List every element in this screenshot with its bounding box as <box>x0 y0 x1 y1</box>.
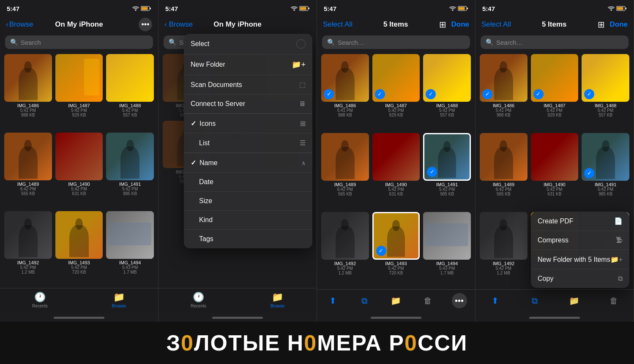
svg-point-8 <box>452 10 454 11</box>
brand-text: З0ЛОТЫЕ Н0МЕРА Р0ССИ <box>167 330 468 356</box>
dropdown-icons[interactable]: ✓ Icons ⊞ <box>184 114 312 133</box>
context-compress[interactable]: Compress 🗜 <box>531 231 629 250</box>
file-item-1486[interactable]: IMG_14865:41 PM988 KB <box>4 54 52 129</box>
folder-btn-3[interactable]: 📁 <box>388 293 404 308</box>
share-btn-4[interactable]: ⬆ <box>488 293 503 308</box>
thumb-4-1492 <box>480 212 527 260</box>
dropdown-new-folder[interactable]: New Folder 📁+ <box>184 54 312 75</box>
file-item-3-1491[interactable]: ✓ IMG_14915:42 PM985 KB <box>423 133 471 209</box>
ellipsis-button-1[interactable]: ••• <box>139 18 152 31</box>
file-item-1489[interactable]: IMG_14896:42 PM565 KB <box>4 133 52 208</box>
back-button-2[interactable]: ‹ Browse <box>164 20 193 29</box>
context-copy[interactable]: Copy ⧉ <box>531 269 629 288</box>
file-item-3-1490[interactable]: IMG_14905:42 PM631 KB <box>372 133 420 209</box>
dropdown-size[interactable]: Size <box>184 192 312 211</box>
svg-rect-11 <box>467 8 468 9</box>
file-item-4-1491[interactable]: ✓ IMG_14915:42 PM985 KB <box>582 133 629 209</box>
file-item-1494[interactable]: IMG_14945:43 PM1.7 MB <box>106 211 154 286</box>
more-btn-3[interactable]: ••• <box>452 293 467 308</box>
dropdown-name[interactable]: ✓ Name ∧ <box>184 153 312 173</box>
thumb-3-1489 <box>321 133 369 181</box>
select-all-3[interactable]: Select All <box>323 20 353 29</box>
file-item-4-1486[interactable]: ✓ IMG_14865:41 PM988 KB <box>480 54 527 130</box>
dropdown-date[interactable]: Date <box>184 173 312 192</box>
tab-bar-1: 🕐 Recents 📁 Browse <box>0 288 158 313</box>
file-item-3-1488[interactable]: ✓ IMG_14885:42 PM557 KB <box>423 54 471 130</box>
status-time-1: 5:47 <box>7 5 19 12</box>
file-item-3-1489[interactable]: IMG_14896:42 PM565 KB <box>321 133 369 209</box>
search-bar-4[interactable]: 🔍Search… <box>481 35 629 49</box>
status-icons-3 <box>449 6 468 11</box>
tab-recents-1[interactable]: 🕐 Recents <box>32 292 48 308</box>
file-item-1487[interactable]: IMG_14875:42 PM929 KB <box>55 54 103 129</box>
svg-rect-3 <box>150 8 151 9</box>
file-item-3-1492[interactable]: IMG_14925:42 PM1.2 MB <box>321 212 369 288</box>
svg-point-4 <box>294 10 295 11</box>
file-item-3-1487[interactable]: ✓ IMG_14875:42 PM929 KB <box>372 54 420 130</box>
file-item-1488[interactable]: IMG_14885:42 PM557 KB <box>106 54 154 129</box>
file-item-1493[interactable]: IMG_14935:42 PM720 KB <box>55 211 103 286</box>
dropdown-menu: Select New Folder 📁+ Scan Documents ⬚ Co… <box>184 34 312 248</box>
tab-recents-2[interactable]: 🕐Recents <box>191 292 206 308</box>
trash-btn-4[interactable]: 🗑 <box>606 293 621 308</box>
status-time-4: 5:47 <box>482 5 495 12</box>
done-button-3[interactable]: Done <box>451 20 470 29</box>
file-thumb-1492 <box>4 211 52 259</box>
file-item-3-1486[interactable]: ✓ IMG_14865:41 PM988 KB <box>321 54 369 130</box>
dropdown-list[interactable]: List ☰ <box>184 133 312 153</box>
file-item-1491[interactable]: IMG_14915:42 PM885 KB <box>106 133 154 208</box>
dropdown-scan-documents[interactable]: Scan Documents ⬚ <box>184 75 312 95</box>
svg-rect-2 <box>142 7 148 10</box>
file-item-1490[interactable]: IMG_14905:42 PM631 KB <box>55 133 103 208</box>
file-thumb-1489 <box>4 133 52 180</box>
search-bar-3[interactable]: 🔍Search… <box>322 35 470 49</box>
status-icons-2 <box>291 6 310 11</box>
check-3-1488: ✓ <box>426 89 436 99</box>
file-item-3-1494[interactable]: IMG_14945:43 PM1.7 MB <box>423 212 471 288</box>
check-4-1488: ✓ <box>584 89 594 99</box>
file-item-1492[interactable]: IMG_14925:42 PM1.2 MB <box>4 211 52 286</box>
file-item-4-1490[interactable]: IMG_14905:42 PM631 KB <box>531 133 579 209</box>
check-4-1491: ✓ <box>584 168 594 178</box>
context-create-pdf[interactable]: Create PDF 📄 <box>531 212 629 231</box>
done-button-4[interactable]: Done <box>610 20 628 29</box>
select-all-4[interactable]: Select All <box>481 20 511 29</box>
context-new-folder-5-items[interactable]: New Folder with 5 Items 📁+ <box>531 250 629 269</box>
search-bar-1[interactable]: 🔍 Search <box>5 35 153 49</box>
status-bar-4: 5:47 <box>476 0 634 15</box>
copy-btn-4[interactable]: ⧉ <box>527 293 542 308</box>
status-bar-3: 5:47 <box>317 0 475 15</box>
check-4-1486: ✓ <box>482 89 492 99</box>
file-item-4-1492[interactable]: IMG_14925:42 PM1.2 MB <box>480 212 527 288</box>
copy-btn-3[interactable]: ⧉ <box>357 293 372 308</box>
file-item-4-1488[interactable]: ✓ IMG_14885:42 PM557 KB <box>582 54 629 130</box>
file-thumb-1487 <box>55 54 103 102</box>
nav-bar-1: ‹Browse On My iPhone ••• <box>0 15 158 34</box>
grid-icon-4[interactable]: ⊞ <box>598 19 605 30</box>
svg-rect-14 <box>617 7 623 10</box>
dropdown-select[interactable]: Select <box>184 34 312 54</box>
file-item-4-1487[interactable]: ✓ IMG_14875:42 PM929 KB <box>531 54 579 130</box>
file-item-3-1493[interactable]: ✓ IMG_14935:42 PM720 KB <box>372 212 420 288</box>
file-item-4-1489[interactable]: IMG_14896:42 PM565 KB <box>480 133 527 209</box>
back-button-1[interactable]: ‹Browse <box>6 20 33 29</box>
tab-browse-1[interactable]: 📁 Browse <box>112 292 126 308</box>
folder-btn-4[interactable]: 📁 <box>567 293 582 308</box>
thumb-3-1490 <box>372 133 420 181</box>
nav-bar-4: Select All 5 Items ⊞ Done <box>476 15 634 34</box>
dropdown-connect-server[interactable]: Connect to Server 🖥 <box>184 95 312 114</box>
files-grid-3: ✓ IMG_14865:41 PM988 KB ✓ IMG_14875:42 P… <box>317 52 475 289</box>
share-btn-3[interactable]: ⬆ <box>325 293 340 308</box>
brand-bar: З0ЛОТЫЕ Н0МЕРА Р0ССИ <box>0 322 634 364</box>
thumb-3-1488: ✓ <box>423 54 471 102</box>
dropdown-kind[interactable]: Kind <box>184 211 312 230</box>
svg-rect-6 <box>300 7 306 10</box>
file-thumb-1490 <box>55 133 103 180</box>
tab-browse-2[interactable]: 📁Browse <box>271 292 284 308</box>
grid-icon-3[interactable]: ⊞ <box>439 19 446 30</box>
brand-highlight-2: 0 <box>304 331 317 355</box>
check-3-1487: ✓ <box>375 89 385 99</box>
dropdown-tags[interactable]: Tags <box>184 230 312 248</box>
trash-btn-3[interactable]: 🗑 <box>420 293 435 308</box>
items-count-3: 5 Items <box>383 20 408 29</box>
